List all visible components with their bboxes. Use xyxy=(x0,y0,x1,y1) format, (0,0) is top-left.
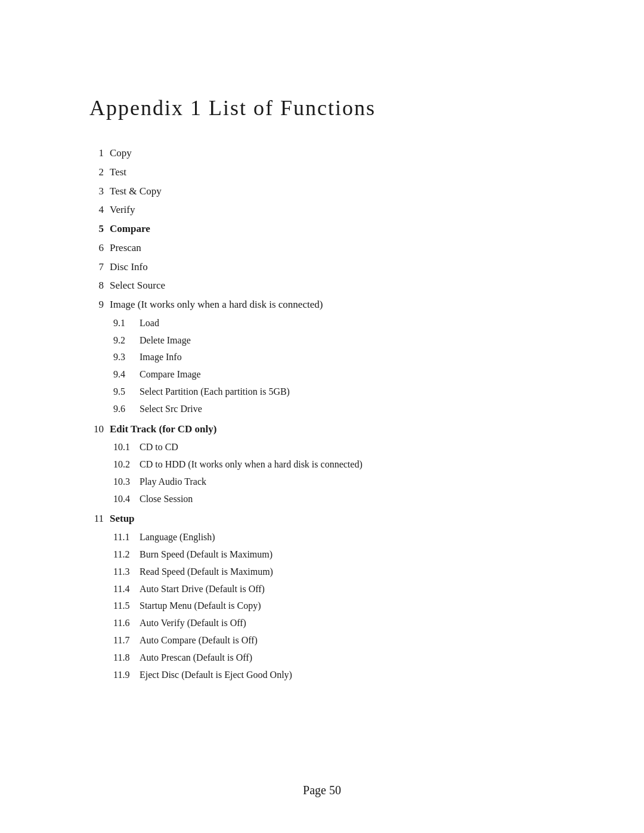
list-item: 11.7 Auto Compare (Default is Off) xyxy=(113,632,555,649)
list-item: 9.2 Delete Image xyxy=(113,332,555,349)
list-item-11: 11 Setup xyxy=(89,510,555,528)
sub-list-9: 9.1 Load 9.2 Delete Image 9.3 Image Info… xyxy=(113,315,555,418)
list-item: 9.3 Image Info xyxy=(113,349,555,366)
list-item: 10.3 Play Audio Track xyxy=(113,473,555,491)
list-item: 9.4 Compare Image xyxy=(113,366,555,383)
list-item: 11.8 Auto Prescan (Default is Off) xyxy=(113,649,555,667)
list-item: 3 Test & Copy xyxy=(89,182,555,200)
list-item: 7 Disc Info xyxy=(89,258,555,276)
list-item: 11.6 Auto Verify (Default is Off) xyxy=(113,615,555,632)
list-item: 10.1 CD to CD xyxy=(113,439,555,456)
list-item: 10.2 CD to HDD (It works only when a har… xyxy=(113,456,555,473)
list-item: 9.6 Select Src Drive xyxy=(113,401,555,418)
list-item: 5 Compare xyxy=(89,220,555,238)
list-item: 11.9 Eject Disc (Default is Eject Good O… xyxy=(113,667,555,684)
list-item: 4 Verify xyxy=(89,201,555,219)
toc-list: 1 Copy 2 Test 3 Test & Copy 4 Verify 5 C… xyxy=(89,144,555,683)
list-item: 11.4 Auto Start Drive (Default is Off) xyxy=(113,581,555,598)
list-item: 8 Select Source xyxy=(89,277,555,295)
sub-list-10: 10.1 CD to CD 10.2 CD to HDD (It works o… xyxy=(113,439,555,507)
list-item: 11.2 Burn Speed (Default is Maximum) xyxy=(113,546,555,563)
list-item: 11.1 Language (English) xyxy=(113,529,555,546)
list-item: 9.5 Select Partition (Each partition is … xyxy=(113,383,555,401)
list-item-9: 9 Image (It works only when a hard disk … xyxy=(89,296,555,314)
list-item: 11.3 Read Speed (Default is Maximum) xyxy=(113,563,555,581)
list-item: 1 Copy xyxy=(89,144,555,162)
sub-list-11: 11.1 Language (English) 11.2 Burn Speed … xyxy=(113,529,555,683)
list-item: 11.5 Startup Menu (Default is Copy) xyxy=(113,597,555,615)
list-item-10: 10 Edit Track (for CD only) xyxy=(89,420,555,438)
list-item: 10.4 Close Session xyxy=(113,491,555,508)
list-item: 2 Test xyxy=(89,163,555,181)
page-title: Appendix 1 List of Functions xyxy=(89,95,555,120)
list-item: 6 Prescan xyxy=(89,239,555,257)
list-item: 9.1 Load xyxy=(113,315,555,332)
page-number: Page 50 xyxy=(303,784,341,833)
